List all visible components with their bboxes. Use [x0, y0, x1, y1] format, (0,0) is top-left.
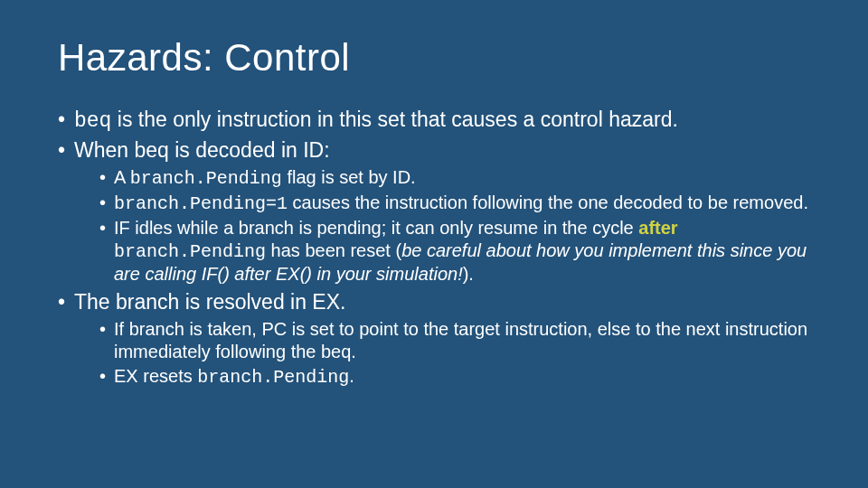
slide-title: Hazards: Control	[58, 36, 810, 80]
bullet-1: beq is the only instruction in this set …	[58, 107, 810, 136]
sub-list: A branch.Pending flag is set by ID. bran…	[74, 166, 810, 286]
accent-after: after	[638, 218, 677, 238]
text: When beq is decoded in ID:	[74, 138, 330, 162]
slide: Hazards: Control beq is the only instruc…	[0, 0, 868, 488]
bullet-2a: A branch.Pending flag is set by ID.	[99, 166, 810, 190]
code-branch-pending: branch.Pending	[114, 241, 266, 262]
bullet-3a: If branch is taken, PC is set to point t…	[99, 318, 810, 363]
text: is the only instruction in this set that…	[111, 108, 677, 131]
text: IF idles while a branch is pending; it c…	[114, 218, 638, 238]
text: If branch is taken, PC is set to point t…	[114, 319, 807, 361]
bullet-3b: EX resets branch.Pending.	[99, 365, 810, 389]
text: has been reset (	[266, 240, 401, 260]
bullet-list: beq is the only instruction in this set …	[58, 107, 810, 389]
bullet-3: The branch is resolved in EX. If branch …	[58, 289, 810, 389]
bullet-2b: branch.Pending=1 causes the instruction …	[99, 192, 810, 215]
sub-list: If branch is taken, PC is set to point t…	[74, 318, 810, 389]
text: ).	[463, 264, 474, 284]
text: EX resets	[114, 366, 197, 386]
text: flag is set by ID.	[282, 167, 416, 187]
bullet-2c: IF idles while a branch is pending; it c…	[99, 217, 810, 286]
text: A	[114, 167, 130, 187]
text: .	[349, 366, 354, 386]
code-branch-pending-eq1: branch.Pending=1	[114, 193, 288, 214]
code-branch-pending: branch.Pending	[130, 168, 282, 189]
code-branch-pending: branch.Pending	[197, 367, 349, 388]
code-beq: beq	[74, 109, 111, 133]
bullet-2: When beq is decoded in ID: A branch.Pend…	[58, 137, 810, 286]
text: The branch is resolved in EX.	[74, 290, 345, 314]
text: causes the instruction following the one…	[288, 192, 808, 212]
